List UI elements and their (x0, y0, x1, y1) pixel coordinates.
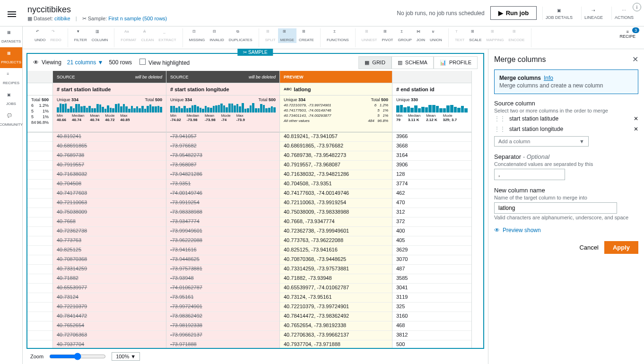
table-cell[interactable]: 3774 (392, 180, 471, 189)
scale-button[interactable]: ⊞SCALE (467, 28, 484, 43)
nav-community[interactable]: 💬COMMUNITY (0, 110, 22, 130)
table-cell[interactable]: -73.9448625 (166, 255, 279, 265)
table-cell[interactable]: 40.7668 (53, 217, 166, 227)
table-cell[interactable]: 40.825125, -73.941616 (280, 246, 392, 255)
source-col-1[interactable]: ⋮⋮start station latitude✕ (494, 113, 638, 124)
table-cell[interactable]: 40.7919557, -73.968087 (280, 161, 392, 170)
invalid-button[interactable]: ⊟INVALID (207, 28, 226, 43)
table-cell[interactable]: -73.968087 (166, 161, 279, 170)
table-cell[interactable]: 40.72706363, -73.99662137 (280, 331, 392, 340)
table-cell[interactable]: 40.773763 (53, 236, 166, 246)
table-cell[interactable]: 40.68691865, -73.976682 (280, 142, 392, 151)
duplicates-button[interactable]: ⧉DUPLICATES (226, 28, 255, 43)
filter-button[interactable]: ▼FILTER (72, 28, 89, 43)
table-cell[interactable]: 40.78414472 (53, 312, 166, 321)
cancel-button[interactable]: Cancel (579, 244, 598, 251)
table-cell[interactable]: 500 (392, 340, 471, 349)
source-col-2[interactable]: ⋮⋮start station longitude✕ (494, 124, 638, 134)
table-cell[interactable]: -73.94821286 (166, 170, 279, 180)
table-cell[interactable]: 400 (392, 227, 471, 236)
table-cell[interactable]: 3629 (392, 246, 471, 255)
zoom-slider[interactable] (49, 353, 106, 360)
remove-icon[interactable]: ✕ (634, 115, 638, 122)
column-button[interactable]: ▥COLUMN (89, 28, 111, 43)
table-cell[interactable]: -73.941616 (166, 246, 279, 255)
table-cell[interactable]: 3070 (392, 255, 471, 265)
table-cell[interactable]: 312 (392, 208, 471, 217)
create-button[interactable]: ⊞CREATE (296, 28, 316, 43)
table-cell[interactable]: -73.99949601 (166, 227, 279, 236)
missing-button[interactable]: ⊡MISSING (187, 28, 208, 43)
table-cell[interactable]: 3041 (392, 284, 471, 293)
table-cell[interactable]: 325 (392, 303, 471, 312)
add-column-dropdown[interactable]: Add a column▼ (494, 136, 589, 147)
table-cell[interactable]: -73.976682 (166, 142, 279, 151)
table-cell[interactable]: 40.73124, -73.95161 (280, 293, 392, 303)
table-cell[interactable]: 40.704508 (53, 180, 166, 189)
table-cell[interactable]: 40.7668, -73.9347774 (280, 217, 392, 227)
table-cell[interactable]: 40.73314259, -73.97573881 (280, 265, 392, 274)
highlighted-checkbox[interactable]: View highlighted (139, 59, 190, 66)
group-button[interactable]: ΣGROUP (396, 28, 414, 43)
undo-button[interactable]: ↶UNDO (32, 28, 48, 43)
table-cell[interactable]: 3906 (392, 161, 471, 170)
tab-grid[interactable]: ▦ GRID (358, 56, 392, 69)
join-button[interactable]: ⋈JOIN (414, 28, 427, 43)
table-cell[interactable]: 40.7689738, -73.95482273 (280, 151, 392, 161)
table-cell[interactable]: 3160 (392, 312, 471, 321)
table-cell[interactable]: 40.71882 (53, 274, 166, 284)
table-cell[interactable]: 40.70870368 (53, 255, 166, 265)
tab-profile[interactable]: 📊 PROFILE (434, 56, 478, 69)
table-cell[interactable]: -73.98338988 (166, 208, 279, 217)
table-cell[interactable]: 40.73124 (53, 293, 166, 303)
table-cell[interactable]: 40.75038009, -73.98338988 (280, 208, 392, 217)
table-cell[interactable]: 3668 (392, 142, 471, 151)
table-cell[interactable]: 40.819241, -73.941057 (280, 132, 392, 142)
zoom-value[interactable]: 100% ▼ (112, 352, 140, 361)
table-cell[interactable]: -73.9351 (166, 180, 279, 189)
sample-tab[interactable]: ✂ SAMPLE (237, 49, 273, 56)
table-cell[interactable]: 40.7652654 (53, 321, 166, 331)
functions-button[interactable]: ΣFUNCTIONS (324, 28, 351, 43)
table-cell[interactable]: 487 (392, 265, 471, 274)
table-cell[interactable]: -73.95161 (166, 293, 279, 303)
menu-icon[interactable] (8, 10, 16, 17)
table-cell[interactable]: -73.96222088 (166, 236, 279, 246)
table-cell[interactable]: 40.74177603, -74.00149746 (280, 189, 392, 199)
table-cell[interactable]: 3164 (392, 151, 471, 161)
table-cell[interactable]: -73.99662137 (166, 331, 279, 340)
table-cell[interactable]: 40.75038009 (53, 208, 166, 217)
table-cell[interactable]: 3119 (392, 293, 471, 303)
table-cell[interactable]: 40.70870368, -73.9448625 (280, 255, 392, 265)
run-job-button[interactable]: ▶ Run job (490, 6, 537, 20)
info-link[interactable]: Info (544, 75, 553, 81)
table-cell[interactable]: -74.00149746 (166, 189, 279, 199)
table-cell[interactable]: 40.7919557 (53, 161, 166, 170)
table-cell[interactable]: 40.72362738 (53, 227, 166, 236)
table-cell[interactable]: -73.971888 (166, 340, 279, 349)
nav-projects[interactable]: ▦PROJECTS (0, 47, 22, 68)
table-cell[interactable]: 40.65539977, -74.01062787 (280, 284, 392, 293)
table-cell[interactable]: 40.72706363 (53, 331, 166, 340)
close-icon[interactable]: ✕ (632, 55, 638, 64)
table-cell[interactable]: 40.825125 (53, 246, 166, 255)
info-icon[interactable]: i (633, 3, 641, 11)
sample-link[interactable]: First n sample (500 rows) (108, 16, 167, 21)
table-cell[interactable]: 40.72362738, -73.99949601 (280, 227, 392, 236)
table-cell[interactable]: 372 (392, 217, 471, 227)
table-cell[interactable]: 40.78414472, -73.98362492 (280, 312, 392, 321)
table-cell[interactable]: -73.9919254 (166, 199, 279, 208)
table-cell[interactable]: 405 (392, 236, 471, 246)
table-cell[interactable]: 40.773763, -73.96222088 (280, 236, 392, 246)
table-cell[interactable]: -73.95482273 (166, 151, 279, 161)
table-cell[interactable]: 468 (392, 321, 471, 331)
table-cell[interactable]: -73.93948 (166, 274, 279, 284)
nav-recipes[interactable]: ≡RECIPES (0, 68, 22, 89)
table-cell[interactable]: 40.73314259 (53, 265, 166, 274)
lineage-button[interactable]: ⇢LINEAGE (581, 7, 606, 20)
table-cell[interactable]: -73.941057 (166, 132, 279, 142)
table-cell[interactable]: 40.819241 (53, 132, 166, 142)
table-cell[interactable]: -73.97573881 (166, 265, 279, 274)
table-cell[interactable]: 40.72210379 (53, 303, 166, 312)
union-button[interactable]: ⊎UNION (427, 28, 444, 43)
